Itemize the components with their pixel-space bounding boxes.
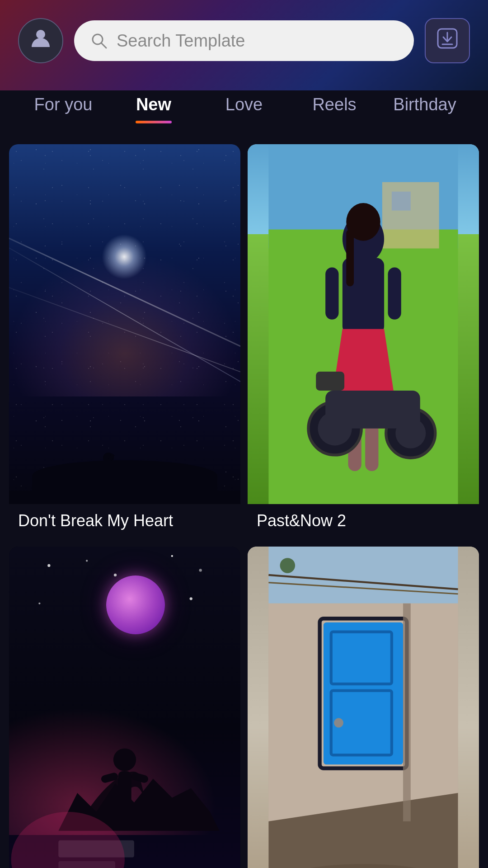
- svg-rect-40: [268, 547, 458, 604]
- download-button[interactable]: [425, 18, 470, 63]
- search-icon: [90, 32, 108, 49]
- template-card-1[interactable]: Don't Break My Heart: [9, 144, 240, 539]
- girl-figure: [248, 144, 479, 504]
- svg-point-29: [38, 603, 40, 604]
- svg-point-49: [334, 718, 343, 728]
- card-2-thumbnail: [248, 144, 479, 504]
- svg-point-24: [47, 564, 50, 567]
- center-glow: [102, 234, 147, 279]
- door-scene-svg: [248, 547, 479, 868]
- template-card-3[interactable]: [9, 547, 240, 868]
- svg-rect-13: [346, 230, 354, 287]
- svg-point-27: [171, 555, 173, 557]
- svg-point-25: [86, 560, 88, 562]
- svg-rect-22: [325, 267, 338, 319]
- svg-rect-15: [365, 424, 378, 471]
- download-icon: [436, 27, 459, 54]
- stars-svg: [9, 547, 240, 868]
- tab-birthday[interactable]: Birthday: [380, 86, 470, 123]
- tab-new[interactable]: New: [108, 86, 199, 123]
- card-3-thumbnail: [9, 547, 240, 868]
- svg-rect-9: [392, 192, 411, 211]
- svg-point-28: [199, 569, 202, 572]
- card-4-thumbnail: [248, 547, 479, 868]
- template-card-2[interactable]: Past&Now 2: [248, 144, 479, 539]
- svg-point-31: [113, 749, 136, 771]
- card-1-label: Don't Break My Heart: [9, 504, 240, 539]
- header: Search Template: [0, 0, 488, 77]
- search-placeholder-text: Search Template: [117, 31, 245, 51]
- person-icon: [29, 26, 52, 55]
- tab-for-you[interactable]: For you: [18, 86, 108, 123]
- tab-love[interactable]: Love: [199, 86, 289, 123]
- svg-rect-32: [118, 771, 131, 814]
- tab-reels[interactable]: Reels: [289, 86, 380, 123]
- svg-rect-51: [403, 604, 411, 821]
- svg-rect-20: [325, 391, 420, 429]
- search-bar[interactable]: Search Template: [74, 20, 414, 61]
- svg-point-26: [114, 574, 117, 576]
- card-1-title: Don't Break My Heart: [18, 511, 173, 530]
- card-2-title: Past&Now 2: [257, 511, 346, 530]
- card-1-thumbnail: [9, 144, 240, 504]
- svg-point-43: [280, 558, 296, 574]
- template-card-4[interactable]: [248, 547, 479, 868]
- figure-silhouette: [9, 414, 240, 504]
- svg-point-0: [36, 30, 45, 39]
- svg-point-30: [190, 598, 192, 600]
- svg-rect-23: [388, 267, 401, 319]
- tabs-bar: For you New Love Reels Birthday: [0, 77, 488, 137]
- svg-line-2: [101, 43, 106, 48]
- template-grid: Don't Break My Heart: [0, 137, 488, 868]
- svg-rect-21: [316, 372, 344, 391]
- card-2-label: Past&Now 2: [248, 504, 479, 539]
- profile-button[interactable]: [18, 18, 63, 63]
